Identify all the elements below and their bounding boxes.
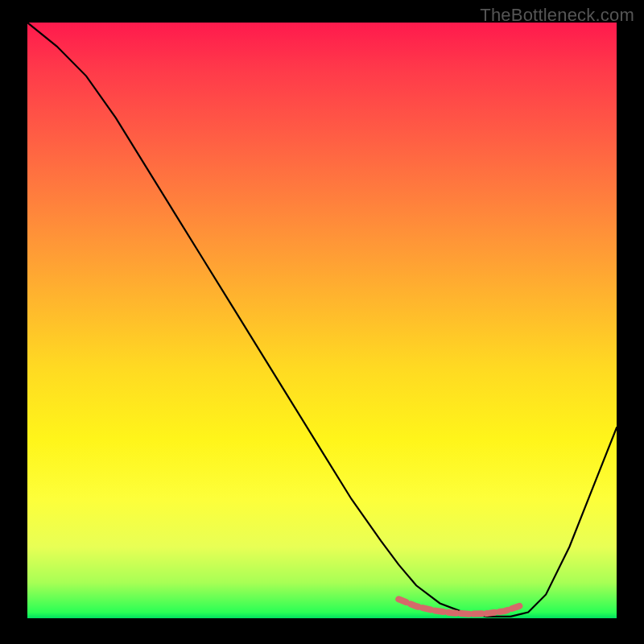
optimal-zone-curve bbox=[398, 599, 522, 614]
chart-svg bbox=[27, 23, 617, 618]
watermark-text: TheBottleneck.com bbox=[480, 5, 634, 26]
bottleneck-curve bbox=[27, 23, 617, 617]
plot-area bbox=[27, 23, 617, 618]
